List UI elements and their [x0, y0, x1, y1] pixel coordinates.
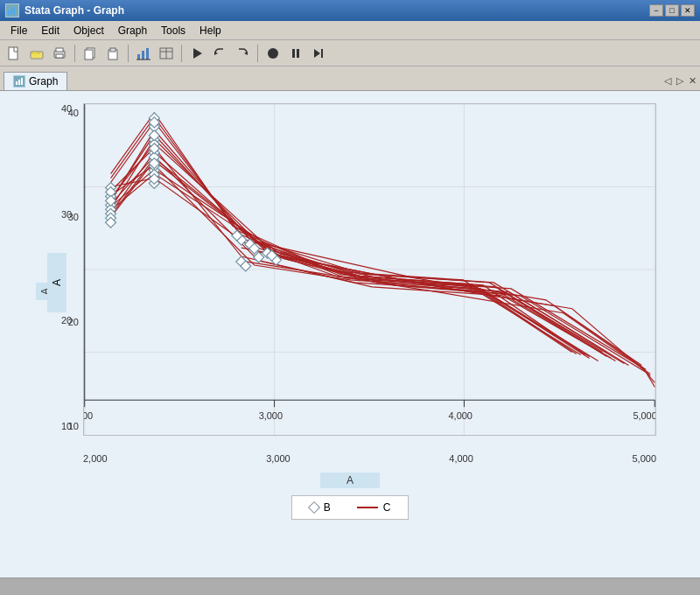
menu-file[interactable]: File [4, 23, 34, 38]
pause-button[interactable] [285, 43, 306, 64]
open-button[interactable] [26, 43, 47, 64]
main-window: Stata Graph - Graph − □ ✕ File Edit Obje… [0, 0, 700, 595]
play-button[interactable] [186, 43, 207, 64]
title-bar: Stata Graph - Graph − □ ✕ [0, 0, 700, 21]
tab-close-btn[interactable]: ✕ [689, 75, 696, 87]
menu-help[interactable]: Help [192, 23, 228, 38]
close-button[interactable]: ✕ [681, 4, 695, 17]
table-button[interactable] [156, 43, 177, 64]
legend-diamond-symbol [308, 501, 320, 514]
legend-label-c: C [383, 501, 391, 514]
svg-rect-2 [13, 7, 15, 15]
chart-svg: 2,000 3,000 4,000 5,000 [84, 104, 655, 435]
status-bar [0, 578, 700, 595]
menu-edit[interactable]: Edit [34, 23, 66, 38]
redo-button[interactable] [232, 43, 253, 64]
y-axis-a-label: A [47, 253, 66, 312]
svg-rect-11 [110, 48, 116, 52]
chart-drawing-area: 2,000 3,000 4,000 5,000 [83, 103, 656, 436]
menu-object[interactable]: Object [66, 23, 111, 38]
svg-point-22 [268, 48, 278, 59]
step-button[interactable] [308, 43, 329, 64]
legend: B C [291, 495, 410, 520]
legend-item-b: B [310, 501, 331, 514]
svg-rect-6 [56, 48, 63, 52]
title-bar-left: Stata Graph - Graph [5, 4, 124, 18]
toolbar-sep-2 [128, 45, 129, 62]
main-content: A 40 30 20 10 [0, 91, 700, 578]
undo-button[interactable] [209, 43, 230, 64]
graph-area: A 40 30 20 10 [4, 94, 696, 574]
x-tick-4000: 4,000 [449, 453, 473, 464]
toolbar-sep-1 [74, 45, 75, 62]
svg-rect-0 [8, 10, 10, 15]
y-label-10: 10 [68, 421, 79, 431]
svg-marker-21 [244, 52, 248, 55]
tab-label: Graph [29, 75, 58, 88]
chart-panel: A 40 30 20 10 [35, 94, 665, 471]
y-axis-a-label-container: A [47, 200, 66, 366]
legend-item-c: C [357, 501, 391, 514]
svg-rect-1 [10, 9, 12, 15]
svg-rect-13 [142, 51, 144, 60]
record-button[interactable] [262, 43, 284, 64]
menu-bar: File Edit Object Graph Tools Help [0, 21, 700, 40]
maximize-button[interactable]: □ [665, 4, 679, 17]
new-button[interactable] [4, 43, 24, 64]
app-icon [5, 4, 19, 18]
y-label-30: 30 [68, 212, 79, 222]
svg-rect-9 [85, 50, 93, 60]
x-axis-label-container: A [35, 472, 665, 488]
copy-button[interactable] [80, 43, 101, 64]
svg-rect-28 [18, 80, 20, 85]
svg-rect-24 [297, 49, 299, 58]
svg-text:5,000: 5,000 [633, 410, 655, 421]
svg-rect-27 [16, 81, 18, 85]
svg-text:2,000: 2,000 [84, 410, 93, 421]
window-title: Stata Graph - Graph [24, 4, 124, 17]
svg-text:4,000: 4,000 [449, 410, 472, 421]
tab-nav-controls: ◁ ▷ ✕ [664, 75, 696, 90]
x-axis-ticks: 2,000 3,000 4,000 5,000 [83, 453, 656, 464]
svg-rect-12 [137, 54, 140, 60]
x-tick-3000: 3,000 [266, 453, 290, 464]
tab-bar: Graph ◁ ▷ ✕ [0, 66, 700, 91]
print-button[interactable] [49, 43, 70, 64]
paste-button[interactable] [102, 43, 123, 64]
toolbar [0, 40, 700, 66]
y-label-40: 40 [68, 108, 79, 118]
tab-forward-btn[interactable]: ▷ [676, 75, 683, 87]
svg-rect-29 [21, 78, 23, 85]
svg-marker-20 [214, 52, 218, 55]
window-controls: − □ ✕ [649, 4, 695, 17]
tab-chart-icon [13, 75, 25, 88]
y-label-20: 20 [68, 317, 79, 327]
x-axis-label: A [320, 472, 380, 488]
legend-label-b: B [324, 501, 331, 514]
x-tick-5000: 5,000 [632, 453, 656, 464]
toolbar-sep-4 [257, 45, 258, 62]
svg-rect-3 [9, 47, 18, 60]
svg-marker-25 [314, 49, 320, 58]
tab-back-btn[interactable]: ◁ [664, 75, 671, 87]
graph-tab[interactable]: Graph [4, 72, 67, 90]
svg-rect-7 [56, 54, 63, 58]
menu-tools[interactable]: Tools [154, 23, 192, 38]
svg-text:3,000: 3,000 [259, 410, 283, 421]
svg-marker-19 [193, 48, 202, 59]
chart-button[interactable] [133, 43, 154, 64]
toolbar-sep-3 [181, 45, 182, 62]
svg-rect-23 [292, 49, 295, 58]
menu-graph[interactable]: Graph [111, 23, 154, 38]
svg-rect-14 [146, 48, 149, 60]
x-tick-2000: 2,000 [83, 453, 108, 464]
minimize-button[interactable]: − [649, 4, 663, 17]
legend-line-symbol [357, 507, 378, 508]
svg-rect-26 [321, 49, 323, 58]
